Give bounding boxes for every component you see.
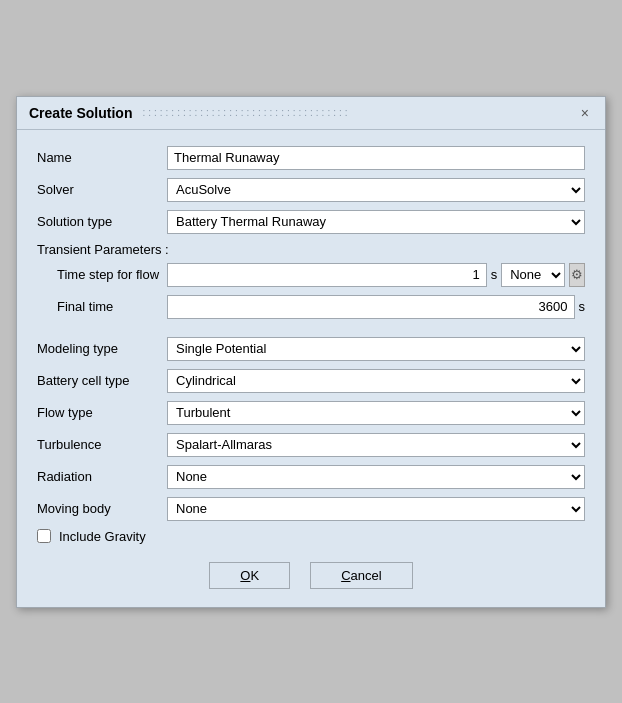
modeling-type-select[interactable]: Single Potential xyxy=(167,337,585,361)
final-time-label: Final time xyxy=(57,299,167,314)
time-step-input[interactable] xyxy=(167,263,487,287)
gravity-checkbox[interactable] xyxy=(37,529,51,543)
final-time-row: Final time s xyxy=(57,295,585,319)
battery-cell-field-wrapper: Cylindrical xyxy=(167,369,585,393)
transient-section: Transient Parameters : Time step for flo… xyxy=(37,242,585,319)
close-button[interactable]: × xyxy=(577,106,593,120)
moving-body-field-wrapper: None xyxy=(167,497,585,521)
moving-body-row: Moving body None xyxy=(37,497,585,521)
final-time-unit: s xyxy=(579,299,586,314)
solver-field-wrapper: AcuSolve xyxy=(167,178,585,202)
battery-cell-label: Battery cell type xyxy=(37,373,167,388)
cancel-button[interactable]: Cancel xyxy=(310,562,412,589)
moving-body-label: Moving body xyxy=(37,501,167,516)
turbulence-label: Turbulence xyxy=(37,437,167,452)
battery-cell-select[interactable]: Cylindrical xyxy=(167,369,585,393)
solver-row: Solver AcuSolve xyxy=(37,178,585,202)
solution-type-row: Solution type Battery Thermal Runaway xyxy=(37,210,585,234)
radiation-field-wrapper: None xyxy=(167,465,585,489)
radiation-select[interactable]: None xyxy=(167,465,585,489)
solver-label: Solver xyxy=(37,182,167,197)
flow-type-label: Flow type xyxy=(37,405,167,420)
button-row: OK Cancel xyxy=(37,552,585,595)
ok-label-rest: K xyxy=(250,568,259,583)
solution-type-select[interactable]: Battery Thermal Runaway xyxy=(167,210,585,234)
dialog-content: Name Solver AcuSolve Solution type Batte… xyxy=(17,130,605,607)
radiation-label: Radiation xyxy=(37,469,167,484)
title-dots: :::::::::::::::::::::::::::::::::::: xyxy=(142,107,566,118)
modeling-type-row: Modeling type Single Potential xyxy=(37,337,585,361)
flow-type-field-wrapper: Turbulent xyxy=(167,401,585,425)
transient-section-label: Transient Parameters : xyxy=(37,242,585,257)
name-input[interactable] xyxy=(167,146,585,170)
modeling-type-label: Modeling type xyxy=(37,341,167,356)
time-step-unit: s xyxy=(491,267,498,282)
transient-rows: Time step for flow s None ⚙ Final time s xyxy=(37,263,585,319)
time-step-row: Time step for flow s None ⚙ xyxy=(57,263,585,287)
settings-icon: ⚙ xyxy=(571,267,583,282)
solver-select[interactable]: AcuSolve xyxy=(167,178,585,202)
radiation-row: Radiation None xyxy=(37,465,585,489)
ok-underline: O xyxy=(240,568,250,583)
turbulence-row: Turbulence Spalart-Allmaras xyxy=(37,433,585,457)
time-step-label: Time step for flow xyxy=(57,267,167,282)
cancel-label-rest: ancel xyxy=(351,568,382,583)
name-field-wrapper xyxy=(167,146,585,170)
dialog-title: Create Solution xyxy=(29,105,132,121)
cancel-underline: C xyxy=(341,568,350,583)
gravity-row: Include Gravity xyxy=(37,529,585,544)
time-step-select[interactable]: None xyxy=(501,263,565,287)
title-bar: Create Solution ::::::::::::::::::::::::… xyxy=(17,97,605,130)
create-solution-dialog: Create Solution ::::::::::::::::::::::::… xyxy=(16,96,606,608)
flow-type-select[interactable]: Turbulent xyxy=(167,401,585,425)
turbulence-field-wrapper: Spalart-Allmaras xyxy=(167,433,585,457)
name-label: Name xyxy=(37,150,167,165)
gravity-label[interactable]: Include Gravity xyxy=(59,529,146,544)
name-row: Name xyxy=(37,146,585,170)
solution-type-label: Solution type xyxy=(37,214,167,229)
moving-body-select[interactable]: None xyxy=(167,497,585,521)
modeling-type-field-wrapper: Single Potential xyxy=(167,337,585,361)
divider-1 xyxy=(37,327,585,337)
ok-button[interactable]: OK xyxy=(209,562,290,589)
turbulence-select[interactable]: Spalart-Allmaras xyxy=(167,433,585,457)
final-time-input[interactable] xyxy=(167,295,575,319)
flow-type-row: Flow type Turbulent xyxy=(37,401,585,425)
time-step-settings-button[interactable]: ⚙ xyxy=(569,263,585,287)
battery-cell-row: Battery cell type Cylindrical xyxy=(37,369,585,393)
solution-type-field-wrapper: Battery Thermal Runaway xyxy=(167,210,585,234)
